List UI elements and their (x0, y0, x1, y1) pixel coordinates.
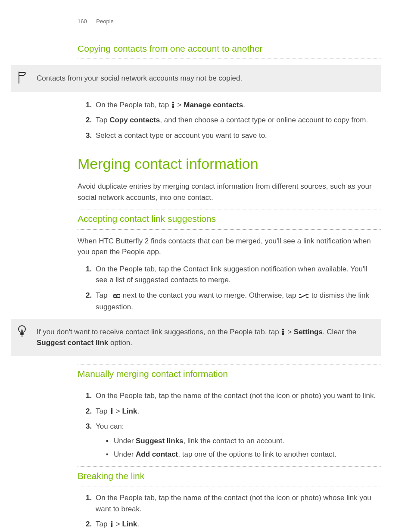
step: On the People tab, tap > Manage contacts… (94, 100, 381, 111)
svg-rect-10 (111, 521, 112, 523)
svg-rect-7 (111, 408, 112, 410)
steps-copying: On the People tab, tap > Manage contacts… (78, 100, 381, 141)
step: You can: Under Suggest links, link the c… (94, 421, 381, 460)
svg-rect-9 (111, 412, 112, 414)
svg-rect-12 (111, 525, 112, 527)
svg-rect-11 (111, 523, 112, 525)
flag-icon (17, 71, 28, 87)
svg-rect-6 (282, 333, 284, 335)
step: On the People tab, tap the Contact link … (94, 264, 381, 286)
callout-tip: If you don't want to receive contact lin… (11, 319, 381, 356)
step: Select a contact type or account you wan… (94, 130, 381, 141)
unlink-icon (299, 291, 308, 302)
step: On the People tab, tap the name of the c… (94, 390, 381, 401)
callout-text: Contacts from your social network accoun… (37, 74, 242, 82)
page-number: 160 (78, 18, 87, 25)
steps-manual: On the People tab, tap the name of the c… (78, 390, 381, 460)
section-title-manual: Manually merging contact information (78, 366, 381, 381)
step: Tap next to the contact you want to merg… (94, 290, 381, 313)
link-icon (110, 291, 120, 302)
substep: Under Suggest links, link the contact to… (106, 436, 381, 447)
step: Tap Copy contacts, and then choose a con… (94, 115, 381, 126)
page-title: Merging contact information (78, 153, 381, 175)
svg-rect-1 (172, 104, 174, 106)
step: Tap > Link. (94, 519, 381, 530)
steps-breaking: On the People tab, tap the name of the c… (78, 492, 381, 532)
substep: Under Add contact, tap one of the option… (106, 449, 381, 460)
steps-accepting: On the People tab, tap the Contact link … (78, 264, 381, 313)
running-header: 160 People (78, 17, 381, 26)
svg-rect-8 (111, 410, 112, 412)
svg-rect-4 (282, 329, 284, 330)
step: On the People tab, tap the name of the c… (94, 492, 381, 514)
more-icon (172, 101, 174, 108)
section-title-breaking: Breaking the link (78, 468, 381, 483)
section-title-copying: Copying contacts from one account to ano… (78, 41, 381, 56)
section-name: People (96, 18, 113, 25)
svg-rect-2 (172, 106, 174, 108)
svg-rect-0 (172, 102, 174, 103)
tip-icon (17, 325, 27, 340)
accept-intro: When HTC Butterfly 2 finds contacts that… (78, 236, 381, 258)
more-icon (282, 328, 284, 335)
svg-rect-5 (282, 331, 284, 333)
more-icon (110, 408, 113, 414)
intro-text: Avoid duplicate entries by merging conta… (78, 181, 381, 203)
section-title-accepting: Accepting contact link suggestions (78, 211, 381, 226)
substeps: Under Suggest links, link the contact to… (96, 436, 381, 460)
callout-note: Contacts from your social network accoun… (11, 65, 381, 92)
more-icon (110, 520, 113, 527)
step: Tap > Link. (94, 406, 381, 417)
tip-text: If you don't want to receive contact lin… (37, 328, 356, 347)
